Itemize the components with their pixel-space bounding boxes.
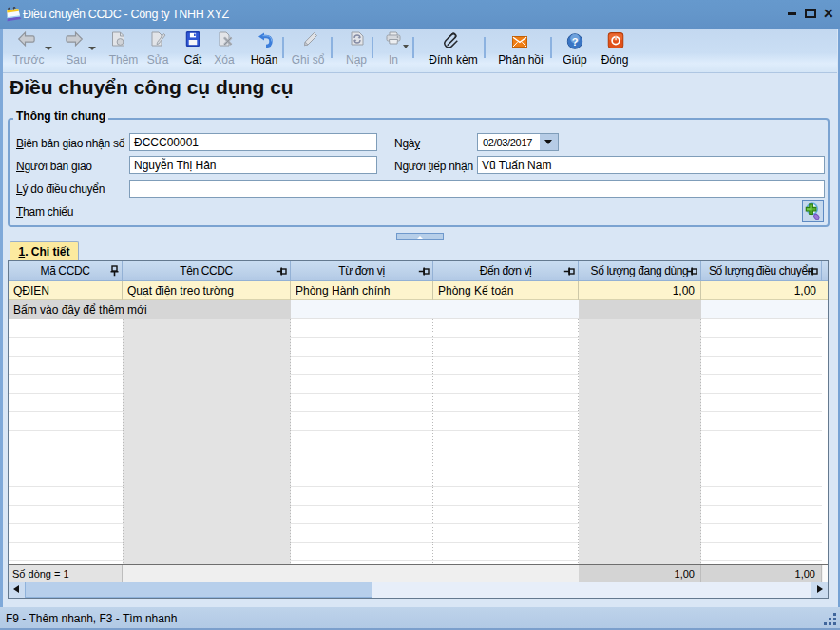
svg-text:?: ? [572,36,579,48]
